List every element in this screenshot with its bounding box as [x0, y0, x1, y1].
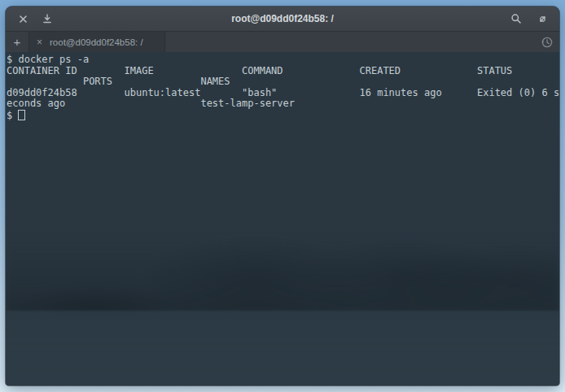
- history-icon: [541, 36, 554, 49]
- tab-close-icon[interactable]: ×: [37, 37, 42, 47]
- close-icon: [19, 15, 28, 24]
- tab-bar: + × root@d09dd0f24b58: /: [6, 32, 559, 52]
- history-button[interactable]: [535, 32, 559, 52]
- water-silhouette: [6, 311, 559, 385]
- prompt: $: [7, 110, 18, 121]
- download-icon: [42, 14, 52, 24]
- terminal-line: $ docker ps -a: [7, 54, 559, 66]
- fullscreen-icon: [537, 14, 548, 24]
- terminal-window: root@d09dd0f24b58: /: [6, 7, 559, 385]
- wallpaper-silhouette: [6, 234, 559, 385]
- terminal-prompt-line: $: [7, 110, 559, 121]
- terminal-line: d09dd0f24b58 ubuntu:latest "bash" 16 min…: [7, 88, 559, 99]
- window-title: root@d09dd0f24b58: /: [231, 13, 334, 24]
- tab-active[interactable]: × root@d09dd0f24b58: /: [29, 32, 165, 52]
- tab-label: root@d09dd0f24b58: /: [50, 37, 143, 47]
- close-window-button[interactable]: [15, 11, 30, 26]
- treeline-silhouette: [6, 234, 559, 312]
- terminal-line: CONTAINER ID IMAGE COMMAND CREATED STATU…: [7, 66, 559, 77]
- desktop-background: root@d09dd0f24b58: /: [0, 0, 565, 392]
- search-button[interactable]: [509, 11, 523, 26]
- tab-bar-spacer: [165, 32, 535, 52]
- terminal-line: econds ago test-lamp-server: [7, 98, 559, 110]
- terminal-screen[interactable]: $ docker ps -a CONTAINER ID IMAGE COMMAN…: [6, 52, 559, 385]
- search-icon: [510, 13, 522, 24]
- new-tab-button[interactable]: +: [6, 32, 29, 52]
- terminal-cursor: [18, 110, 25, 120]
- download-button[interactable]: [40, 11, 55, 26]
- titlebar-left-controls: [6, 11, 55, 26]
- terminal-line: PORTS NAMES: [7, 76, 559, 88]
- titlebar[interactable]: root@d09dd0f24b58: /: [6, 7, 559, 32]
- fullscreen-button[interactable]: [535, 11, 550, 26]
- terminal-output: $ docker ps -a CONTAINER ID IMAGE COMMAN…: [7, 54, 559, 121]
- titlebar-right-controls: [509, 11, 559, 26]
